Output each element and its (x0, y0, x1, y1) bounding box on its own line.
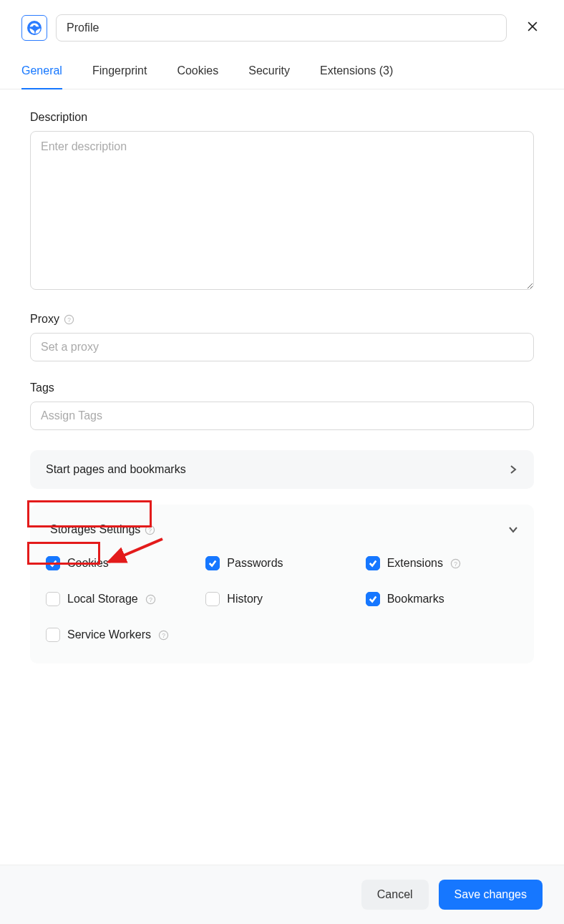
storage-item-extensions: Extensions ? (366, 556, 518, 570)
storage-item-passwords: Passwords (205, 556, 358, 570)
footer: Cancel Save changes (0, 865, 564, 924)
svg-text:?: ? (67, 316, 71, 323)
form-area: Description Proxy ? Tags Start pages and… (0, 89, 564, 663)
tab-fingerprint[interactable]: Fingerprint (92, 54, 147, 89)
storage-item-service-workers: Service Workers ? (46, 628, 198, 642)
checkbox-service-workers[interactable] (46, 628, 60, 642)
chevron-right-icon (508, 465, 518, 475)
proxy-input[interactable] (30, 333, 534, 361)
header (0, 0, 564, 54)
proxy-label-text: Proxy (30, 313, 59, 326)
save-button[interactable]: Save changes (439, 880, 543, 910)
tags-label: Tags (30, 381, 534, 394)
close-button[interactable] (522, 18, 543, 38)
help-icon[interactable]: ? (450, 558, 461, 569)
tabs: General Fingerprint Cookies Security Ext… (0, 54, 564, 89)
svg-text:?: ? (454, 560, 457, 567)
app-logo-icon (21, 15, 47, 41)
svg-text:?: ? (149, 595, 152, 603)
storage-item-history: History (205, 592, 358, 606)
checkbox-bookmarks[interactable] (366, 592, 380, 606)
checkbox-label: Local Storage (67, 593, 138, 606)
chevron-down-icon[interactable] (508, 525, 518, 535)
checkbox-label: History (227, 593, 263, 606)
checkbox-cookies[interactable] (46, 556, 60, 570)
tab-security[interactable]: Security (248, 54, 290, 89)
checkbox-passwords[interactable] (205, 556, 220, 570)
cancel-button[interactable]: Cancel (361, 880, 429, 910)
checkbox-extensions[interactable] (366, 556, 380, 570)
checkbox-label: Passwords (227, 557, 283, 570)
checkbox-local-storage[interactable] (46, 592, 60, 606)
svg-text:?: ? (148, 526, 152, 533)
checkbox-label: Extensions (387, 557, 443, 570)
profile-name-input[interactable] (56, 14, 507, 42)
tab-extensions[interactable]: Extensions (3) (320, 54, 393, 89)
help-icon[interactable]: ? (145, 525, 155, 535)
storages-title-text: Storages Settings (50, 523, 140, 536)
storage-item-cookies: Cookies (46, 556, 198, 570)
tab-cookies[interactable]: Cookies (177, 54, 218, 89)
checkbox-label: Cookies (67, 557, 109, 570)
checkbox-label: Bookmarks (387, 593, 444, 606)
description-textarea[interactable] (30, 131, 534, 290)
close-icon (525, 19, 540, 37)
svg-text:?: ? (162, 631, 165, 638)
start-pages-accordion[interactable]: Start pages and bookmarks (30, 450, 534, 489)
proxy-label: Proxy ? (30, 313, 534, 326)
description-field: Description (30, 111, 534, 293)
storages-panel: Storages Settings ? Cookies Password (30, 505, 534, 663)
storage-item-bookmarks: Bookmarks (366, 592, 518, 606)
storage-item-local-storage: Local Storage ? (46, 592, 198, 606)
checkbox-history[interactable] (205, 592, 220, 606)
help-icon[interactable]: ? (64, 314, 74, 325)
help-icon[interactable]: ? (158, 630, 169, 641)
tags-input[interactable] (30, 402, 534, 430)
tags-field: Tags (30, 381, 534, 430)
storages-grid: Cookies Passwords Extensions ? Local Sto… (46, 556, 518, 642)
start-pages-label: Start pages and bookmarks (46, 463, 186, 476)
checkbox-label: Service Workers (67, 628, 151, 641)
help-icon[interactable]: ? (145, 594, 156, 605)
tab-general[interactable]: General (21, 54, 62, 89)
storages-title: Storages Settings ? (46, 520, 160, 539)
proxy-field: Proxy ? (30, 313, 534, 361)
description-label: Description (30, 111, 534, 124)
